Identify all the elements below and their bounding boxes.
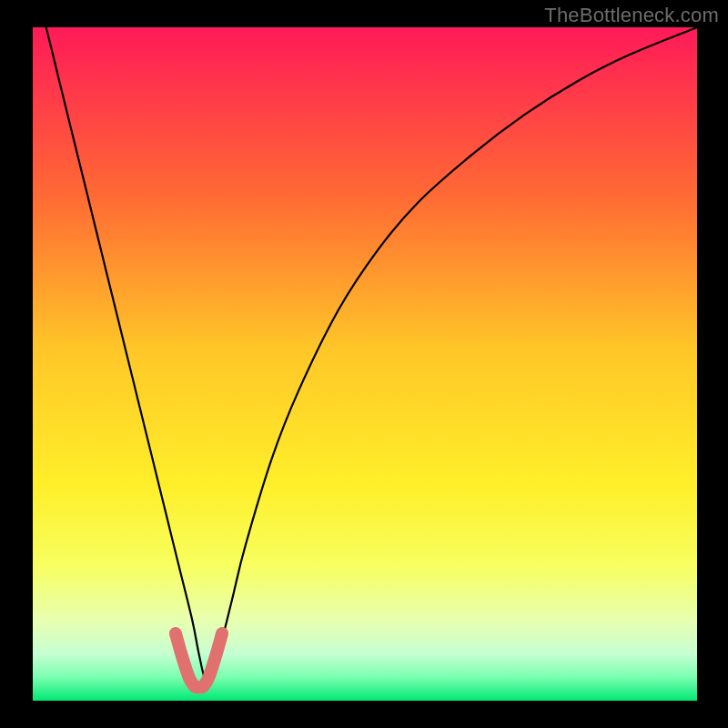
watermark-text: TheBottleneck.com — [544, 4, 719, 27]
bottleneck-chart — [0, 0, 728, 728]
gradient-background — [33, 27, 697, 701]
app-frame: TheBottleneck.com — [0, 0, 728, 728]
